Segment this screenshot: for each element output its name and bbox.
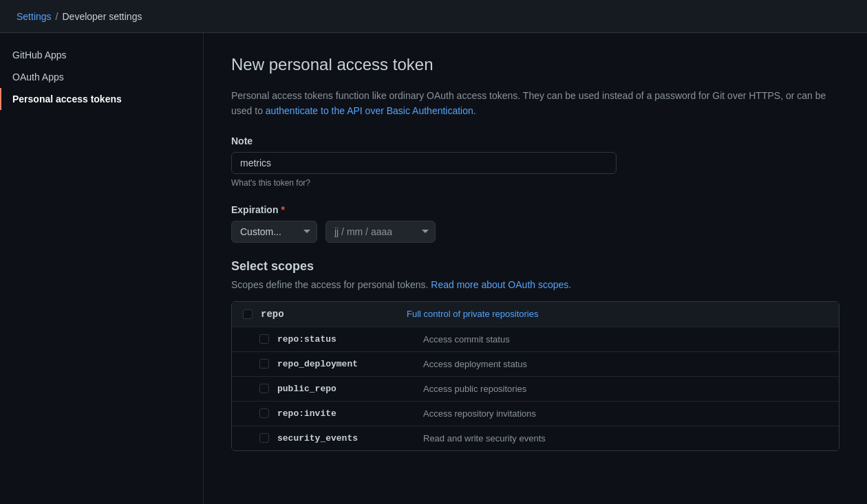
scope-row-security-events: security_events Read and write security … — [232, 426, 839, 450]
date-select-wrapper: jj / mm / aaaa — [325, 221, 436, 243]
expiration-select-wrapper: Custom... 7 days 30 days 60 days 90 days… — [231, 221, 317, 243]
settings-link[interactable]: Settings — [17, 11, 52, 22]
scopes-section: Select scopes Scopes define the access f… — [231, 259, 839, 451]
note-input[interactable] — [231, 152, 617, 174]
scope-name-repo-status: repo:status — [277, 334, 415, 344]
scope-row-public-repo: public_repo Access public repositories — [232, 377, 839, 402]
note-label: Note — [231, 135, 839, 146]
breadcrumb-separator: / — [56, 11, 58, 22]
scope-desc-repo-deployment: Access deployment status — [423, 359, 828, 369]
scope-name-security-events: security_events — [277, 433, 415, 443]
sidebar-item-label-personal-access-tokens: Personal access tokens — [12, 94, 122, 105]
sidebar-item-label-oauth-apps: OAuth Apps — [12, 72, 64, 83]
scope-name-public-repo: public_repo — [277, 384, 415, 394]
note-section: Note What's this token for? — [231, 135, 839, 188]
scope-desc-security-events: Read and write security events — [423, 433, 828, 443]
sidebar-item-personal-access-tokens[interactable]: Personal access tokens — [0, 88, 203, 110]
top-bar: Settings / Developer settings — [0, 0, 867, 33]
scope-desc-public-repo: Access public repositories — [423, 384, 828, 394]
scope-checkbox-security-events[interactable] — [259, 433, 269, 443]
scope-checkbox-repo-deployment[interactable] — [259, 359, 269, 369]
scope-checkbox-public-repo[interactable] — [259, 384, 269, 393]
layout: GitHub Apps OAuth Apps Personal access t… — [0, 33, 867, 504]
expiration-label: Expiration* — [231, 204, 839, 215]
scope-name-repo-invite: repo:invite — [277, 408, 415, 419]
scope-checkbox-repo-invite[interactable] — [259, 408, 269, 418]
scope-row-repo-deployment: repo_deployment Access deployment status — [232, 352, 839, 377]
expiration-section: Expiration* Custom... 7 days 30 days 60 … — [231, 204, 839, 243]
breadcrumb: Settings / Developer settings — [17, 11, 142, 22]
main-content: New personal access token Personal acces… — [204, 33, 867, 504]
scopes-title: Select scopes — [231, 259, 839, 274]
expiration-select[interactable]: Custom... 7 days 30 days 60 days 90 days… — [231, 221, 317, 243]
required-star: * — [281, 204, 284, 215]
scope-row-repo: repo Full control of private repositorie… — [232, 302, 839, 327]
scope-checkbox-repo[interactable] — [243, 309, 253, 319]
date-input[interactable]: jj / mm / aaaa — [325, 221, 436, 243]
sidebar-item-github-apps[interactable]: GitHub Apps — [0, 44, 203, 66]
sidebar-item-oauth-apps[interactable]: OAuth Apps — [0, 66, 203, 88]
note-hint: What's this token for? — [231, 178, 839, 188]
expiration-row: Custom... 7 days 30 days 60 days 90 days… — [231, 221, 839, 243]
sidebar: GitHub Apps OAuth Apps Personal access t… — [0, 33, 204, 504]
scopes-link[interactable]: Read more about OAuth scopes. — [431, 279, 571, 290]
page-title: New personal access token — [231, 55, 839, 74]
scope-desc-repo: Full control of private repositories — [407, 309, 828, 319]
sidebar-item-label-github-apps: GitHub Apps — [12, 50, 67, 61]
scopes-description: Scopes define the access for personal to… — [231, 279, 839, 290]
scope-name-repo: repo — [261, 309, 398, 320]
scope-desc-repo-status: Access commit status — [423, 334, 828, 344]
scope-row-repo-invite: repo:invite Access repository invitation… — [232, 402, 839, 426]
scope-name-repo-deployment: repo_deployment — [277, 359, 415, 369]
description-link[interactable]: authenticate to the API over Basic Authe… — [266, 105, 476, 116]
scope-row-repo-status: repo:status Access commit status — [232, 327, 839, 352]
scope-checkbox-repo-status[interactable] — [259, 334, 269, 344]
scopes-table: repo Full control of private repositorie… — [231, 301, 839, 451]
scopes-description-text: Scopes define the access for personal to… — [231, 279, 428, 290]
scope-desc-repo-invite: Access repository invitations — [423, 408, 828, 419]
breadcrumb-current: Developer settings — [62, 11, 142, 22]
page-description: Personal access tokens function like ord… — [231, 88, 839, 119]
